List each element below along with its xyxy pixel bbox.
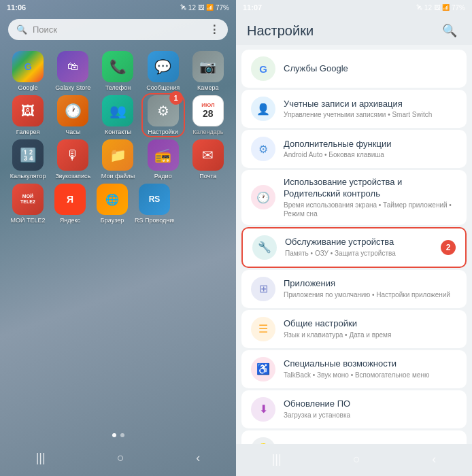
more-options-icon[interactable]: ⋮: [209, 23, 220, 36]
settings-page-title: Настройки: [247, 23, 314, 39]
update-icon: ⬇: [251, 397, 275, 422]
accounts-icon: 👤: [251, 97, 275, 121]
app-contacts[interactable]: 👥 Контакты: [98, 95, 137, 135]
satellite-icon-r: 🛰: [416, 4, 422, 11]
app-rs[interactable]: RS RS Проводник: [135, 184, 174, 224]
right-status-bar: 11:07 🛰 12 🖼 📶 77%: [236, 0, 472, 15]
battery-icon-r: 77%: [452, 4, 465, 12]
dot-1: [112, 433, 116, 437]
apps-text: Приложения Приложения по умолчанию • Нас…: [284, 278, 457, 299]
device-icon: 🔧: [252, 235, 277, 260]
calc-icon: 🔢: [12, 139, 44, 171]
app-recorder-label: Звукозапись: [55, 173, 90, 180]
update-subtitle: Загрузка и установка: [284, 411, 457, 420]
settings-badge: 1: [169, 91, 183, 105]
search-input[interactable]: Поиск: [33, 24, 203, 35]
settings-item-advanced[interactable]: ⚙ Дополнительные функции Android Auto • …: [241, 130, 467, 168]
usage-icon: 🕐: [251, 185, 275, 209]
settings-item-device[interactable]: 🔧 Обслуживание устройства Память • ОЗУ •…: [241, 227, 467, 268]
advanced-text: Дополнительные функции Android Auto • Бо…: [284, 139, 457, 160]
yandex-icon: Я: [54, 184, 86, 215]
satellite-icon: 🛰: [180, 4, 186, 11]
app-grid: G Google 🛍 Galaxy Store 📞 Телефон 💬: [0, 44, 236, 428]
image-icon: 🖼: [198, 4, 204, 11]
app-phone[interactable]: 📞 Телефон: [98, 51, 137, 91]
search-icon: 🔍: [16, 24, 27, 35]
right-status-icons: 🛰 12 🖼 📶 77%: [416, 4, 465, 12]
apps-title: Приложения: [284, 278, 457, 290]
app-radio[interactable]: 📻 Радио: [144, 139, 183, 180]
settings-icon: ⚙ 1: [148, 95, 179, 126]
app-gallery[interactable]: 🖼 Галерея: [8, 95, 48, 135]
settings-search-button[interactable]: 🔍: [438, 22, 461, 39]
app-google[interactable]: G Google: [8, 51, 48, 91]
right-nav-home-button[interactable]: ○: [342, 449, 371, 469]
app-row-4: МОЙTELE2 МОЙ TELE2 Я Яндекс 🌐 Браузер RS: [5, 184, 231, 224]
app-recorder[interactable]: 🎙 Звукозапись: [53, 139, 92, 180]
calendar-icon: ИЮЛ 28: [192, 95, 224, 126]
advanced-title: Дополнительные функции: [284, 139, 457, 150]
left-status-icons: 🛰 12 🖼 📶 77%: [180, 4, 229, 12]
settings-item-accounts[interactable]: 👤 Учетные записи и архивация Управление …: [241, 90, 467, 128]
app-camera-label: Камера: [197, 84, 218, 91]
app-myfiles[interactable]: 📁 Мои файлы: [98, 139, 137, 180]
general-text: Общие настройки Язык и клавиатура • Дата…: [284, 318, 457, 339]
left-status-bar: 11:06 🛰 12 🖼 📶 77%: [0, 0, 236, 15]
settings-item-general[interactable]: ☰ Общие настройки Язык и клавиатура • Да…: [241, 310, 467, 348]
settings-list: G Службы Google 👤 Учетные записи и архив…: [236, 45, 472, 444]
nav-home-button[interactable]: ○: [106, 448, 135, 468]
left-nav-bar: ||| ○ ‹: [0, 443, 236, 476]
app-myfiles-label: Мои файлы: [101, 173, 135, 180]
app-yandex[interactable]: Я Яндекс: [50, 184, 90, 224]
app-mytele2[interactable]: МОЙTELE2 МОЙ TELE2: [8, 184, 48, 224]
accounts-title: Учетные записи и архивация: [284, 99, 457, 110]
messages-icon: 💬: [148, 51, 179, 82]
browser-icon: 🌐: [97, 184, 128, 215]
app-settings[interactable]: ⚙ 1 Настройки: [144, 95, 183, 135]
search-bar[interactable]: 🔍 Поиск ⋮: [8, 19, 228, 40]
apps-icon: ⊞: [251, 277, 275, 301]
app-mail[interactable]: ✉ Почта: [188, 139, 228, 180]
app-calc[interactable]: 🔢 Калькулятор: [8, 139, 48, 180]
app-galaxy-label: Galaxy Store: [55, 84, 90, 91]
clock-icon: 🕐: [57, 95, 88, 126]
page-indicator: [0, 428, 236, 443]
settings-item-apps[interactable]: ⊞ Приложения Приложения по умолчанию • Н…: [241, 270, 467, 308]
app-browser[interactable]: 🌐 Браузер: [92, 184, 132, 224]
right-nav-back-button[interactable]: ‹: [421, 449, 447, 469]
app-clock[interactable]: 🕐 Часы: [53, 95, 92, 135]
mail-icon: ✉: [192, 139, 224, 171]
settings-item-tips[interactable]: 💡 Руководство пользователя: [241, 430, 467, 444]
tips-icon: 💡: [251, 437, 275, 444]
app-messages-label: Сообщения: [146, 84, 180, 91]
advanced-icon: ⚙: [251, 137, 275, 161]
google-services-icon: G: [251, 56, 275, 81]
nav-recent-button[interactable]: |||: [25, 448, 56, 468]
settings-item-usage[interactable]: 🕐 Использование устройства и Родительски…: [241, 170, 467, 225]
app-messages[interactable]: 💬 Сообщения: [144, 51, 183, 91]
accessibility-icon: ♿: [251, 357, 275, 381]
signal-icon-r: 📶: [442, 4, 450, 11]
app-camera[interactable]: 📷 Камера: [188, 51, 228, 91]
settings-item-update[interactable]: ⬇ Обновление ПО Загрузка и установка: [241, 390, 467, 428]
nav-back-button[interactable]: ‹: [185, 448, 211, 468]
contacts-icon: 👥: [102, 95, 133, 126]
app-google-label: Google: [18, 84, 38, 91]
right-nav-recent-button[interactable]: |||: [261, 449, 292, 469]
network-icon: 12: [188, 4, 196, 12]
usage-text: Использование устройства и Родительский …: [284, 177, 457, 218]
app-calendar-label: Календарь: [192, 129, 223, 135]
app-settings-label: Настройки: [148, 129, 178, 135]
app-galaxy-store[interactable]: 🛍 Galaxy Store: [53, 51, 92, 91]
app-calendar[interactable]: ИЮЛ 28 Календарь: [188, 95, 228, 135]
settings-header: Настройки 🔍: [236, 15, 472, 45]
right-phone: 11:07 🛰 12 🖼 📶 77% Настройки 🔍 G Службы …: [236, 0, 472, 476]
settings-item-accessibility[interactable]: ♿ Специальные возможности TalkBack • Зву…: [241, 350, 467, 388]
app-row-1: G Google 🛍 Galaxy Store 📞 Телефон 💬: [5, 51, 231, 91]
app-row-2: 🖼 Галерея 🕐 Часы 👥 Контакты ⚙ 1: [5, 95, 231, 135]
app-browser-label: Браузер: [101, 217, 124, 224]
settings-item-google[interactable]: G Службы Google: [241, 50, 467, 88]
accounts-subtitle: Управление учетными записями • Smart Swi…: [284, 110, 457, 119]
device-title: Обслуживание устройства: [285, 237, 430, 248]
app-mail-label: Почта: [199, 173, 216, 180]
